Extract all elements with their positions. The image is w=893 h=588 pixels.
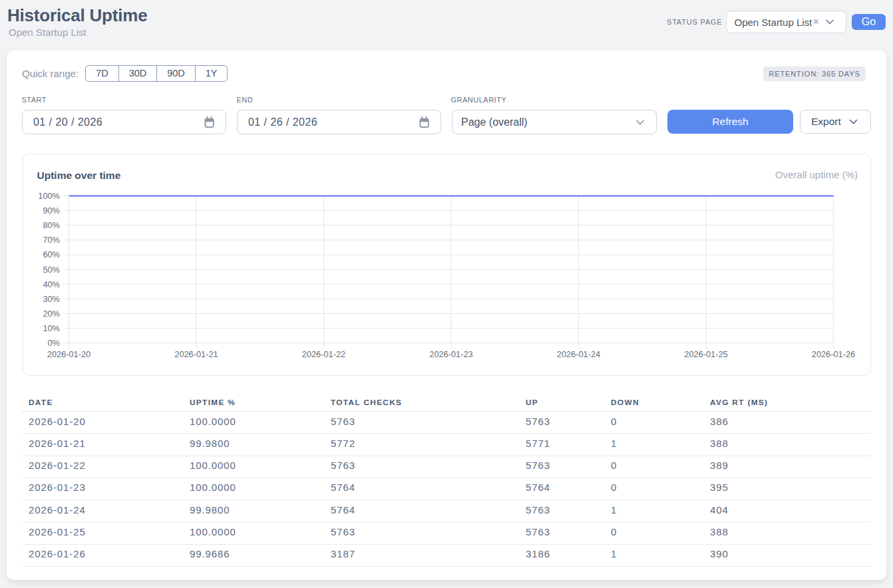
svg-text:10%: 10% bbox=[43, 323, 60, 333]
svg-text:70%: 70% bbox=[43, 235, 60, 245]
svg-text:90%: 90% bbox=[43, 206, 60, 216]
svg-text:50%: 50% bbox=[43, 265, 60, 275]
svg-text:2026-01-21: 2026-01-21 bbox=[174, 349, 218, 359]
svg-text:2026-01-22: 2026-01-22 bbox=[302, 349, 345, 359]
svg-text:80%: 80% bbox=[43, 220, 60, 230]
svg-text:0%: 0% bbox=[48, 338, 61, 348]
svg-text:40%: 40% bbox=[43, 279, 60, 289]
svg-text:2026-01-24: 2026-01-24 bbox=[557, 349, 600, 359]
svg-text:100%: 100% bbox=[38, 191, 60, 201]
svg-text:2026-01-26: 2026-01-26 bbox=[812, 349, 855, 359]
svg-text:2026-01-25: 2026-01-25 bbox=[684, 349, 727, 359]
svg-text:2026-01-23: 2026-01-23 bbox=[429, 349, 472, 359]
svg-text:20%: 20% bbox=[43, 309, 60, 319]
svg-text:2026-01-20: 2026-01-20 bbox=[47, 349, 90, 359]
svg-text:60%: 60% bbox=[43, 249, 60, 259]
svg-text:30%: 30% bbox=[43, 294, 60, 304]
